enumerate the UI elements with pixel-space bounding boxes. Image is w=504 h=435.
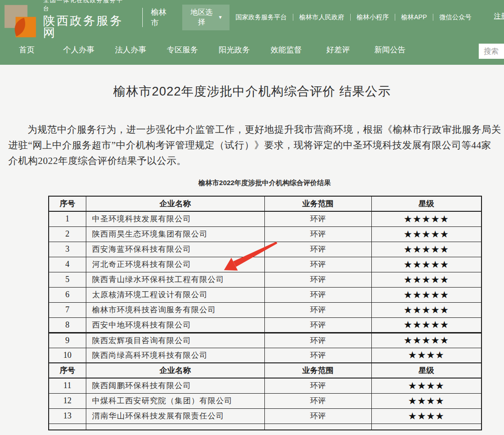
brand: 全国一体化在线政务服务平台 陕西政务服务网 <box>43 0 127 39</box>
cell-no: 9 <box>49 333 86 348</box>
page: 全国一体化在线政务服务平台 陕西政务服务网 榆林市 地区选择 ▼ 国家政务服务平… <box>0 0 504 435</box>
cell-empty <box>371 424 482 430</box>
cell-stars: ★★★★★ <box>371 317 482 333</box>
top-link[interactable]: 榆林APP <box>395 13 433 22</box>
cell-no: 6 <box>49 287 86 302</box>
cell-scope: 环评 <box>264 211 371 226</box>
cell-empty <box>86 424 264 430</box>
table-row: 6太原核清环境工程设计有限公司环评★★★★★ <box>49 287 482 302</box>
nav-item-专区服务[interactable]: 专区服务 <box>157 45 208 55</box>
cell-scope: 环评 <box>264 393 371 408</box>
cell-name: 榆林市环境科技咨询服务有限公司 <box>86 302 264 317</box>
cell-scope: 环评 <box>264 317 371 333</box>
column-header: 序号 <box>49 196 86 211</box>
column-header: 业务范围 <box>264 196 371 211</box>
cell-name: 陕西尚绿高科环境科技有限公司 <box>86 348 264 363</box>
cell-name: 太原核清环境工程设计有限公司 <box>86 287 264 302</box>
cell-stars: ★★★★★ <box>371 226 482 242</box>
cell-no: 13 <box>49 408 86 424</box>
search-input[interactable] <box>479 44 504 59</box>
cell-stars: ★★★★★ <box>371 257 482 272</box>
cell-scope: 环评 <box>264 272 371 287</box>
column-header: 序号 <box>49 363 86 378</box>
nav-item-好差评[interactable]: 好差评 <box>312 45 364 55</box>
table-row: 8西安中地环境科技有限公司环评★★★★★ <box>49 317 482 333</box>
page-title: 榆林市2022年度涉批中介机构综合评价 结果公示 <box>0 83 504 100</box>
brand-divider <box>142 8 143 27</box>
region-selector-label: 地区选择 <box>189 8 215 27</box>
nav-item-效能监督[interactable]: 效能监督 <box>260 45 312 55</box>
cell-no: 8 <box>49 317 86 333</box>
nav-item-个人办事[interactable]: 个人办事 <box>53 45 105 55</box>
cell-no: 10 <box>49 348 86 363</box>
cell-scope: 环评 <box>264 378 371 393</box>
column-header: 企业名称 <box>86 363 264 378</box>
cell-scope: 环评 <box>264 302 371 317</box>
table-row: 12中煤科工西安研究院（集团）有限公司环评★★★★ <box>49 393 482 408</box>
cell-stars: ★★★★ <box>371 408 482 424</box>
current-city[interactable]: 榆林市 <box>151 7 172 28</box>
cell-scope: 环评 <box>264 226 371 242</box>
site-header: 全国一体化在线政务服务平台 陕西政务服务网 榆林市 地区选择 ▼ 国家政务服务平… <box>0 0 504 65</box>
cell-name: 西安海蓝环保科技有限公司 <box>86 242 264 257</box>
cell-stars: ★★★★★ <box>371 302 482 317</box>
table-header-row: 序号企业名称业务范围星级 <box>49 363 482 378</box>
column-header: 星级 <box>371 196 482 211</box>
cell-name: 河北奇正环境科技有限公司 <box>86 257 264 272</box>
cell-scope: 环评 <box>264 348 371 363</box>
table-header-row: 序号企业名称业务范围星级 <box>49 196 482 211</box>
cell-stars: ★★★★ <box>371 348 482 363</box>
table-row: 4河北奇正环境科技有限公司环评★★★★★ <box>49 257 482 272</box>
main-nav: 首页个人办事法人办事专区服务阳光政务效能监督好差评新闻公告 <box>0 34 504 65</box>
cell-stars: ★★★★ <box>371 378 482 393</box>
nav-item-新闻公告[interactable]: 新闻公告 <box>364 45 416 55</box>
top-link[interactable]: 榆林市人民政府 <box>293 13 350 22</box>
top-link[interactable]: 微信公众号 <box>433 13 477 22</box>
cell-stars: ★★★★★ <box>371 287 482 302</box>
cell-no: 1 <box>49 211 86 226</box>
cell-name: 陕西雨昊生态环境集团有限公司 <box>86 226 264 242</box>
paragraph-line: 为规范中介服务行为，进一步强化中介监管工作，更好地提升我市营商环境，根据《榆林市… <box>8 122 504 137</box>
cell-scope: 环评 <box>264 287 371 302</box>
register-link[interactable]: 注册 <box>494 12 504 21</box>
cell-stars: ★★★★★ <box>371 272 482 287</box>
paragraph-line: 介机构2022年度综合评价结果予以公示。 <box>8 153 504 169</box>
cell-scope: 环评 <box>264 408 371 424</box>
cell-empty <box>264 424 371 430</box>
column-header: 业务范围 <box>264 363 371 378</box>
region-selector-button[interactable]: 地区选择 ▼ <box>182 5 230 30</box>
cell-stars: ★★★★★ <box>371 211 482 226</box>
cell-no: 3 <box>49 242 86 257</box>
cell-scope: 环评 <box>264 333 371 348</box>
table-row: 7榆林市环境科技咨询服务有限公司环评★★★★★ <box>49 302 482 317</box>
cell-no: 7 <box>49 302 86 317</box>
table-row: 3西安海蓝环保科技有限公司环评★★★★★ <box>49 242 482 257</box>
cell-no: 2 <box>49 226 86 242</box>
cell-no: 5 <box>49 272 86 287</box>
cell-name: 陕西青山绿水环保科技工程有限公司 <box>86 272 264 287</box>
cell-stars: ★★★★ <box>371 393 482 408</box>
table-row: 9陕西宏辉项目咨询有限公司环评★★★★★ <box>49 333 482 348</box>
top-link[interactable]: 国家政务服务平台 <box>230 13 293 22</box>
header-top-row: 全国一体化在线政务服务平台 陕西政务服务网 榆林市 地区选择 ▼ 国家政务服务平… <box>0 0 504 34</box>
table-row: 11陕西阔鹏环保科技有限公司环评★★★★ <box>49 378 482 393</box>
table-row: 13渭南华山环保科技发展有限责任公司环评★★★★ <box>49 408 482 424</box>
chevron-down-icon: ▼ <box>218 15 223 20</box>
paragraph-line: 进驻“网上中介服务超市”中介机构考评管理规定（试行）》要求，现将评定的中圣环境科… <box>8 137 504 153</box>
site-name: 陕西政务服务网 <box>43 15 127 39</box>
top-links: 国家政务服务平台榆林市人民政府榆林小程序榆林APP微信公众号 <box>230 13 477 22</box>
cell-empty <box>49 424 86 430</box>
table-caption: 榆林市2022年度涉批中介机构综合评价结果 <box>48 179 481 187</box>
nav-item-阳光政务[interactable]: 阳光政务 <box>208 45 260 55</box>
table-row: 10陕西尚绿高科环境科技有限公司环评★★★★ <box>49 348 482 363</box>
cell-name: 中煤科工西安研究院（集团）有限公司 <box>86 393 264 408</box>
nav-item-首页[interactable]: 首页 <box>1 45 53 55</box>
cell-no: 12 <box>49 393 86 408</box>
nav-item-法人办事[interactable]: 法人办事 <box>105 45 157 55</box>
cell-name: 西安中地环境科技有限公司 <box>86 317 264 333</box>
table-row: 1中圣环境科技发展有限公司环评★★★★★ <box>49 211 482 226</box>
cell-scope: 环评 <box>264 257 371 272</box>
cell-name: 中圣环境科技发展有限公司 <box>86 211 264 226</box>
top-link[interactable]: 榆林小程序 <box>351 13 395 22</box>
column-header: 星级 <box>371 363 482 378</box>
